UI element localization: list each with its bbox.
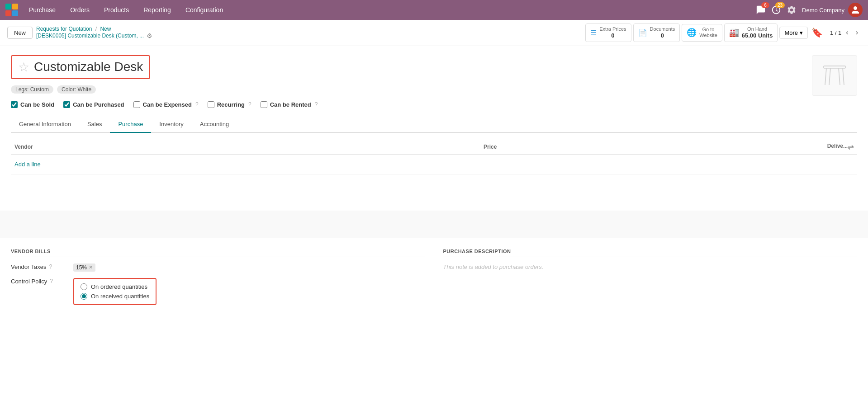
user-area[interactable]: Demo Company [802, 3, 863, 17]
recurring-label[interactable]: Recurring [217, 101, 245, 108]
settings-icon[interactable] [787, 5, 797, 15]
gray-section [0, 211, 868, 238]
bookmark-button[interactable]: 🔖 [811, 27, 823, 38]
documents-label: Documents [650, 26, 675, 32]
product-tag-legs[interactable]: Legs: Custom [11, 85, 53, 94]
on-hand-value: 65.00 Units [742, 32, 773, 39]
vendor-taxes-help-icon[interactable]: ? [49, 263, 52, 270]
pager: 1 / 1 ‹ › [830, 28, 861, 38]
add-line-button[interactable]: Add a line [14, 157, 41, 171]
tabs-row: General Information Sales Purchase Inven… [11, 116, 857, 133]
price-col-header: Price [283, 140, 500, 155]
svg-rect-0 [824, 66, 845, 68]
two-col-section: VENDOR BILLS Vendor Taxes ? 15% ✕ [11, 238, 857, 322]
vendor-tax-tag: 15% ✕ [73, 263, 95, 272]
vendor-taxes-value: 15% ✕ [73, 263, 425, 272]
new-button[interactable]: New [7, 27, 33, 39]
can-be-purchased-checkbox[interactable] [63, 101, 70, 108]
on-ordered-option: On ordered quantities [81, 283, 149, 290]
user-avatar [848, 3, 863, 17]
vendor-taxes-field: Vendor Taxes ? 15% ✕ [11, 263, 425, 272]
nav-configuration[interactable]: Configuration [182, 5, 227, 15]
control-policy-label: Control Policy [11, 278, 47, 285]
on-ordered-label[interactable]: On ordered quantities [91, 283, 147, 290]
can-be-purchased-label[interactable]: Can be Purchased [73, 101, 124, 108]
tab-accounting[interactable]: Accounting [192, 116, 237, 133]
company-name: Demo Company [802, 7, 844, 14]
product-name[interactable]: Customizable Desk [34, 60, 143, 74]
on-received-option: On received quantities [81, 293, 149, 300]
extra-prices-button[interactable]: ☰ Extra Prices 0 [585, 24, 631, 42]
can-be-expensed-label[interactable]: Can be Expensed [143, 101, 192, 108]
on-hand-button[interactable]: 🏭 On Hand 65.00 Units [724, 24, 778, 42]
on-received-radio[interactable] [81, 293, 87, 300]
extra-prices-count: 0 [599, 32, 626, 39]
nav-purchase[interactable]: Purchase [25, 5, 59, 15]
can-be-sold-checkbox[interactable] [11, 101, 18, 108]
on-hand-label: On Hand [742, 26, 773, 32]
pager-prev[interactable]: ‹ [843, 28, 851, 38]
more-button[interactable]: More ▾ [779, 27, 808, 39]
documents-button[interactable]: 📄 Documents 0 [633, 24, 680, 42]
tab-general-information[interactable]: General Information [11, 116, 79, 133]
recurring-checkbox[interactable] [208, 101, 214, 108]
remove-tax-button[interactable]: ✕ [89, 264, 93, 270]
pager-next[interactable]: › [853, 28, 861, 38]
svg-line-2 [843, 68, 844, 85]
nav-products[interactable]: Products [100, 5, 133, 15]
can-be-rented-checkbox[interactable] [261, 101, 267, 108]
purchase-desc-title: PURCHASE DESCRIPTION [443, 249, 858, 257]
product-tag-color[interactable]: Color: White [57, 85, 96, 94]
product-checkboxes: Can be Sold Can be Purchased Can be Expe… [11, 101, 857, 108]
gear-icon[interactable]: ⚙ [147, 32, 152, 39]
breadcrumb-new[interactable]: New [100, 26, 111, 32]
purchase-description-section: PURCHASE DESCRIPTION This note is added … [443, 249, 858, 311]
breadcrumb-sub[interactable]: [DESK0005] Customizable Desk (Custom, ..… [36, 33, 144, 39]
svg-line-4 [839, 68, 840, 85]
breadcrumb-parent[interactable]: Requests for Quotation [36, 26, 92, 32]
on-received-label[interactable]: On received quantities [91, 293, 149, 300]
activities-icon[interactable]: 23 [771, 5, 781, 15]
nav-orders[interactable]: Orders [66, 5, 93, 15]
product-image[interactable] [812, 55, 857, 96]
control-policy-help-icon[interactable]: ? [50, 278, 53, 284]
table-settings-icon[interactable]: ⇌ [848, 143, 854, 151]
can-be-expensed-checkbox[interactable] [133, 101, 140, 108]
can-be-sold-field: Can be Sold [11, 101, 54, 108]
vendor-table: Vendor Price Delive... ⇌ Add a line [11, 140, 857, 174]
delivery-col-header: Delive... ⇌ [500, 140, 857, 155]
app-logo[interactable] [5, 4, 18, 16]
on-ordered-radio[interactable] [81, 283, 87, 290]
favorite-star-icon[interactable]: ☆ [18, 60, 29, 75]
product-header: ☆ Customizable Desk Legs: Custom Color: … [11, 55, 857, 96]
tab-sales[interactable]: Sales [79, 116, 110, 133]
product-title-box: ☆ Customizable Desk [11, 55, 150, 79]
extra-prices-label: Extra Prices [599, 26, 626, 32]
website-icon: 🌐 [687, 28, 697, 38]
messages-badge: 6 [761, 2, 769, 8]
top-nav: Purchase Orders Products Reporting Confi… [0, 0, 868, 20]
purchase-desc-placeholder[interactable]: This note is added to purchase orders. [443, 263, 858, 270]
recurring-help-icon[interactable]: ? [248, 101, 251, 108]
can-be-rented-label[interactable]: Can be Rented [270, 101, 311, 108]
svg-line-1 [825, 68, 826, 85]
go-to-website-label: Go to [699, 27, 717, 33]
tab-inventory[interactable]: Inventory [151, 116, 191, 133]
rented-help-icon[interactable]: ? [315, 101, 318, 108]
smart-buttons: ☰ Extra Prices 0 📄 Documents 0 🌐 Go to W… [585, 24, 808, 42]
tab-purchase[interactable]: Purchase [110, 116, 151, 133]
svg-line-3 [829, 68, 830, 85]
vendor-bills-section: VENDOR BILLS Vendor Taxes ? 15% ✕ [11, 249, 425, 311]
nav-reporting[interactable]: Reporting [140, 5, 175, 15]
messages-icon[interactable]: 6 [756, 5, 766, 15]
expensed-help-icon[interactable]: ? [195, 101, 199, 108]
go-to-website-label2: Website [699, 33, 717, 38]
go-to-website-button[interactable]: 🌐 Go to Website [682, 24, 722, 41]
control-policy-radio-group: On ordered quantities On received quanti… [81, 283, 149, 300]
product-tags: Legs: Custom Color: White [11, 85, 803, 94]
vendor-taxes-label: Vendor Taxes [11, 263, 47, 270]
documents-count: 0 [650, 32, 675, 39]
breadcrumb: Requests for Quotation / New [DESK0005] … [36, 26, 152, 39]
can-be-purchased-field: Can be Purchased [63, 101, 124, 108]
can-be-sold-label[interactable]: Can be Sold [20, 101, 54, 108]
